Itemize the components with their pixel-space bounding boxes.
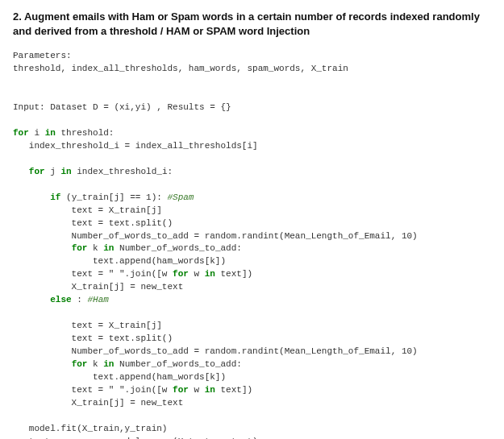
code-line: test_accuracy = model.score(X_test, y_te… bbox=[13, 437, 258, 440]
keyword-in: in bbox=[45, 128, 56, 138]
loop-var: i bbox=[34, 128, 40, 138]
code-line: text = X_train[j] bbox=[13, 321, 162, 330]
keyword-for: for bbox=[29, 167, 45, 176]
params-label: Parameters: bbox=[13, 51, 72, 60]
code-line: X_train[j] = new_text bbox=[13, 398, 183, 408]
code-line: text = X_train[j] bbox=[13, 205, 162, 215]
var: w bbox=[194, 385, 199, 395]
loop-iter: index_threshold_i: bbox=[77, 167, 173, 176]
code-line: text = text.split() bbox=[13, 333, 173, 343]
code-line: text.append(ham_words[k]) bbox=[13, 372, 226, 382]
loop-var: k bbox=[93, 359, 98, 369]
code-line: model.fit(X_train,y_train) bbox=[13, 424, 167, 433]
keyword-in: in bbox=[205, 385, 215, 395]
keyword-for: for bbox=[72, 243, 88, 253]
keyword-for: for bbox=[173, 269, 189, 279]
keyword-in: in bbox=[60, 167, 71, 176]
keyword-else: else bbox=[50, 295, 71, 304]
code-line: Number_of_words_to_add = random.randint(… bbox=[13, 346, 418, 356]
code-line: text = " ".join([w bbox=[13, 385, 167, 395]
params-list: threshold, index_all_thresholds, ham_wor… bbox=[13, 64, 348, 73]
keyword-if: if bbox=[50, 193, 60, 202]
keyword-in: in bbox=[103, 243, 114, 253]
if-cond: (y_train[j] == 1): bbox=[66, 193, 162, 202]
keyword-for: for bbox=[72, 359, 88, 369]
var: w bbox=[194, 269, 199, 279]
keyword-for: for bbox=[13, 128, 29, 138]
algorithm-title: 2. Augment emails with Ham or Spam words… bbox=[13, 10, 491, 39]
keyword-for: for bbox=[173, 385, 189, 395]
colon: : bbox=[77, 295, 82, 304]
algorithm-pseudocode: Parameters: threshold, index_all_thresho… bbox=[13, 50, 491, 439]
loop-var: j bbox=[50, 167, 56, 176]
keyword-in: in bbox=[103, 359, 114, 369]
code-line: X_train[j] = new_text bbox=[13, 282, 183, 292]
code-line: text.append(ham_words[k]) bbox=[13, 256, 226, 266]
code-line: index_threshold_i = index_all_thresholds… bbox=[13, 141, 258, 151]
loop-var: k bbox=[93, 243, 98, 253]
code-end: text]) bbox=[221, 269, 253, 279]
loop-iter: Number_of_words_to_add: bbox=[119, 359, 242, 369]
code-line: Number_of_words_to_add = random.randint(… bbox=[13, 231, 418, 241]
code-line: text = text.split() bbox=[13, 218, 173, 228]
keyword-in: in bbox=[205, 269, 215, 279]
loop-iter: Number_of_words_to_add: bbox=[119, 243, 242, 253]
comment-spam: #Spam bbox=[167, 193, 194, 202]
code-end: text]) bbox=[221, 385, 253, 395]
code-line: text = " ".join([w bbox=[13, 269, 167, 279]
input-line: Input: Dataset D = (xi,yi) , Results = {… bbox=[13, 102, 231, 112]
loop-iter: threshold: bbox=[60, 128, 114, 138]
comment-ham: #Ham bbox=[87, 295, 108, 304]
